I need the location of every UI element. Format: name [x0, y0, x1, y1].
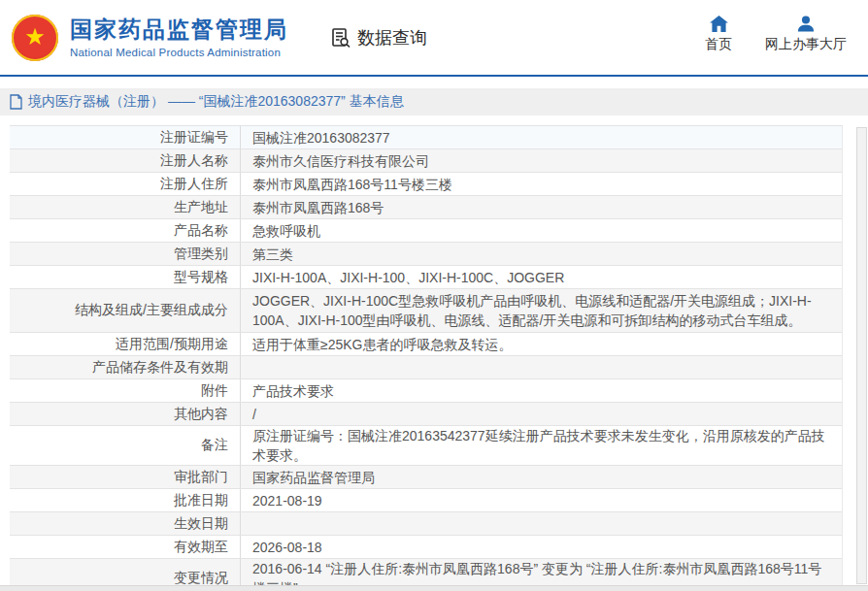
row-value: 国械注准20163082377: [241, 126, 842, 148]
row-value: 泰州市凤凰西路168号11号楼三楼: [241, 173, 842, 195]
row-value: 泰州市久信医疗科技有限公司: [241, 149, 842, 172]
nav-item-home[interactable]: 首页: [705, 16, 732, 53]
doc-search-icon: [329, 26, 352, 49]
table-row: 有效期至 2026-08-18: [10, 536, 842, 559]
nav-home-label: 首页: [705, 36, 732, 53]
emblem-star-icon: ★: [24, 25, 46, 49]
data-query-entry[interactable]: 数据查询: [329, 26, 427, 49]
table-row: 注册人住所 泰州市凤凰西路168号11号楼三楼: [10, 173, 842, 196]
document-icon: [10, 94, 22, 110]
registration-table-wrap: 注册证编号 国械注准20163082377 注册人名称 泰州市久信医疗科技有限公…: [10, 125, 856, 591]
header: ★ 国家药品监督管理局 National Medical Products Ad…: [0, 0, 868, 77]
row-label: 适用范围/预期用途: [10, 333, 241, 355]
row-label: 有效期至: [10, 536, 241, 558]
row-label: 结构及组成/主要组成成分: [10, 289, 241, 332]
row-value: 急救呼吸机: [241, 219, 842, 242]
site-title-block: 国家药品监督管理局 National Medical Products Admi…: [70, 16, 288, 58]
row-value: 原注册证编号：国械注准20163542377延续注册产品技术要求未发生变化，沿用…: [241, 426, 842, 465]
data-query-label: 数据查询: [357, 26, 427, 49]
user-icon: [797, 16, 815, 32]
row-label: 型号规格: [10, 266, 241, 288]
row-label: 产品名称: [10, 219, 241, 242]
row-value: /: [241, 403, 842, 425]
row-label: 产品储存条件及有效期: [10, 356, 241, 378]
vertical-scrollbar[interactable]: [856, 127, 867, 584]
site-subtitle: National Medical Products Administration: [70, 47, 288, 58]
table-row: 适用范围/预期用途 适用于体重≥25KG患者的呼吸急救及转运。: [10, 333, 842, 356]
table-row: 生产地址 泰州市凤凰西路168号: [10, 196, 842, 219]
table-row: 审批部门 国家药品监督管理局: [10, 466, 842, 489]
page: ★ 国家药品监督管理局 National Medical Products Ad…: [0, 0, 868, 591]
row-value: JOGGER、JIXI-H-100C型急救呼吸机产品由呼吸机、电源线和适配器/开…: [241, 289, 842, 332]
table-row: 其他内容 /: [10, 403, 842, 426]
row-label: 注册人住所: [10, 173, 241, 195]
row-label: 备注: [10, 426, 241, 465]
table-row: 产品名称 急救呼吸机: [10, 219, 842, 243]
row-value: 泰州市凤凰西路168号: [241, 196, 842, 218]
row-label: 管理类别: [10, 243, 241, 265]
table-row: 生效日期: [10, 512, 842, 536]
row-label: 生效日期: [10, 512, 241, 535]
table-row: 结构及组成/主要组成成分 JOGGER、JIXI-H-100C型急救呼吸机产品由…: [10, 289, 842, 333]
national-emblem-logo: ★: [12, 15, 58, 61]
row-value: 国家药品监督管理局: [241, 466, 842, 488]
row-label: 生产地址: [10, 196, 241, 218]
row-value: 2021-08-19: [241, 489, 842, 511]
table-row: 管理类别 第三类: [10, 243, 842, 266]
row-label: 审批部门: [10, 466, 241, 488]
row-label: 注册人名称: [10, 149, 241, 172]
row-value: 产品技术要求: [241, 379, 842, 402]
home-icon: [710, 16, 728, 32]
row-value: [241, 512, 842, 535]
row-label: 附件: [10, 379, 241, 402]
header-nav: 首页 网上办事大厅: [705, 16, 847, 53]
breadcrumb-text: 境内医疗器械（注册） —— “国械注准20163082377” 基本信息: [28, 93, 404, 111]
row-value: 第三类: [241, 243, 842, 265]
registration-table: 注册证编号 国械注准20163082377 注册人名称 泰州市久信医疗科技有限公…: [10, 125, 843, 591]
row-label: 其他内容: [10, 403, 241, 425]
table-row: 产品储存条件及有效期: [10, 356, 842, 379]
row-value: [241, 356, 842, 378]
horizontal-scrollbar[interactable]: [0, 585, 868, 591]
row-label: 批准日期: [10, 489, 241, 511]
row-value: 2026-08-18: [241, 536, 842, 558]
table-row: 备注 原注册证编号：国械注准20163542377延续注册产品技术要求未发生变化…: [10, 426, 842, 466]
table-row: 型号规格 JIXI-H-100A、JIXI-H-100、JIXI-H-100C、…: [10, 266, 842, 289]
table-row: 注册证编号 国械注准20163082377: [10, 126, 842, 149]
table-row: 批准日期 2021-08-19: [10, 489, 842, 512]
nav-service-hall-label: 网上办事大厅: [765, 36, 847, 53]
table-row: 注册人名称 泰州市久信医疗科技有限公司: [10, 149, 842, 173]
row-value: JIXI-H-100A、JIXI-H-100、JIXI-H-100C、JOGGE…: [241, 266, 842, 288]
site-title: 国家药品监督管理局: [70, 16, 288, 44]
row-label: 注册证编号: [10, 126, 241, 148]
table-row: 附件 产品技术要求: [10, 379, 842, 403]
breadcrumb: 境内医疗器械（注册） —— “国械注准20163082377” 基本信息: [0, 88, 868, 115]
nav-item-service-hall[interactable]: 网上办事大厅: [765, 16, 847, 53]
row-value: 适用于体重≥25KG患者的呼吸急救及转运。: [241, 333, 842, 355]
